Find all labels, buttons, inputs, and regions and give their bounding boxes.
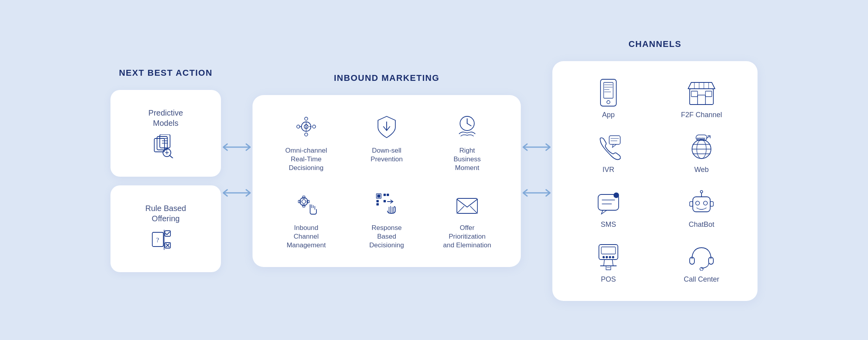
svg-point-21 — [305, 117, 308, 120]
svg-rect-95 — [601, 247, 615, 254]
svg-point-39 — [302, 200, 306, 204]
inbound-item-inboundchannel: InboundChannelManagement — [270, 190, 342, 250]
main-container: NEXT BEST ACTION PredictiveModels — [20, 23, 848, 317]
responsebased-label: ResponseBasedDecisioning — [369, 224, 404, 250]
inboundchannel-icon — [292, 190, 320, 218]
svg-point-105 — [700, 267, 703, 271]
predictive-models-label: PredictiveModels — [148, 108, 183, 128]
svg-rect-67 — [705, 91, 712, 97]
svg-rect-45 — [378, 195, 380, 197]
svg-line-53 — [457, 206, 464, 213]
channel-item-f2f: F2F Channel — [663, 78, 740, 119]
channel-item-pos: POS — [570, 243, 647, 284]
omnichannel-icon — [292, 112, 320, 141]
svg-point-98 — [609, 256, 611, 258]
inbound-section: INBOUND MARKETING — [253, 73, 521, 267]
callcenter-label: Call Center — [684, 275, 719, 284]
offerprio-icon — [453, 190, 481, 218]
svg-rect-92 — [690, 202, 693, 206]
svg-point-96 — [603, 256, 604, 258]
callcenter-icon — [687, 243, 716, 271]
rightmoment-label: RightBusinessMoment — [454, 146, 481, 172]
predictive-models-card: PredictiveModels — [110, 90, 221, 177]
svg-rect-47 — [387, 194, 389, 196]
svg-rect-48 — [376, 200, 379, 202]
ivr-icon — [594, 133, 623, 162]
svg-rect-66 — [691, 91, 698, 97]
double-arrow-2-top — [521, 140, 552, 154]
svg-point-86 — [614, 192, 619, 198]
f2f-label: F2F Channel — [681, 111, 722, 119]
offerprio-label: OfferPrioritizationand Elemination — [443, 224, 491, 250]
ivr-label: IVR — [602, 166, 614, 174]
sms-icon — [594, 188, 623, 217]
svg-point-23 — [305, 133, 308, 136]
channel-item-sms: SMS — [570, 188, 647, 229]
inbound-item-offerprio: OfferPrioritizationand Elemination — [431, 190, 503, 250]
responsebased-icon — [372, 190, 401, 218]
svg-point-99 — [612, 256, 614, 258]
sms-label: SMS — [600, 220, 616, 229]
downsell-label: Down-sellPrevention — [370, 146, 402, 164]
inbound-item-responsebased: ResponseBasedDecisioning — [350, 190, 423, 250]
svg-rect-65 — [698, 95, 705, 105]
svg-rect-101 — [606, 266, 611, 270]
arrow-nba-inbound — [221, 79, 253, 261]
rule-based-offering-label: Rule BasedOffering — [145, 203, 186, 224]
svg-rect-72 — [609, 136, 620, 144]
downsell-icon — [372, 112, 401, 141]
svg-point-63 — [607, 101, 610, 104]
inbound-item-rightmoment: RightBusinessMoment — [431, 112, 503, 172]
double-arrow-1-bottom — [221, 186, 253, 200]
predictive-models-icon — [152, 134, 180, 159]
rightmoment-icon — [453, 112, 481, 141]
double-arrow-1-top — [221, 140, 253, 154]
rule-based-offering-card: Rule BasedOffering ? — [110, 185, 221, 272]
app-icon — [594, 78, 623, 107]
svg-point-34 — [300, 198, 308, 205]
pos-icon — [594, 243, 623, 271]
channel-item-web: www Web — [663, 133, 740, 174]
nba-cards: PredictiveModels — [110, 90, 221, 272]
pos-label: POS — [601, 275, 616, 284]
inbound-item-downsell: Down-sellPrevention — [350, 112, 423, 172]
channels-section: CHANNELS App — [552, 39, 758, 301]
inbound-title: INBOUND MARKETING — [334, 73, 440, 83]
svg-rect-50 — [383, 200, 386, 202]
svg-line-7 — [170, 155, 173, 158]
arrow-inbound-channels — [521, 79, 552, 261]
inbound-item-omnichannel: Omni-channelReal-TimeDecisioning — [270, 112, 342, 172]
svg-line-33 — [467, 123, 471, 126]
svg-point-88 — [696, 201, 700, 205]
nba-section: NEXT BEST ACTION PredictiveModels — [110, 68, 221, 272]
channel-item-callcenter: Call Center — [663, 243, 740, 284]
svg-point-97 — [606, 256, 608, 258]
web-icon: www — [687, 133, 716, 162]
channel-item-ivr: IVR — [570, 133, 647, 174]
svg-line-54 — [470, 206, 477, 213]
chatbot-icon — [687, 188, 716, 217]
svg-rect-52 — [457, 198, 477, 213]
svg-rect-46 — [383, 194, 386, 196]
omnichannel-label: Omni-channelReal-TimeDecisioning — [285, 146, 327, 172]
channels-title: CHANNELS — [629, 39, 681, 49]
inbound-card: Omni-channelReal-TimeDecisioning Down-se… — [253, 95, 521, 267]
svg-text:www: www — [696, 136, 705, 140]
chatbot-label: ChatBot — [688, 220, 714, 229]
channel-item-chatbot: ChatBot — [663, 188, 740, 229]
svg-point-22 — [312, 125, 316, 128]
nba-title: NEXT BEST ACTION — [119, 68, 212, 78]
svg-rect-93 — [710, 202, 713, 206]
svg-text:?: ? — [156, 237, 159, 243]
svg-rect-49 — [376, 203, 379, 205]
web-label: Web — [694, 166, 709, 174]
channels-card: App — [552, 61, 758, 301]
double-arrow-2-bottom — [521, 186, 552, 200]
svg-point-89 — [703, 201, 707, 205]
rule-based-offering-icon: ? — [152, 229, 180, 254]
channel-item-app: App — [570, 78, 647, 119]
svg-rect-57 — [600, 79, 616, 106]
inboundchannel-label: InboundChannelManagement — [286, 224, 326, 250]
app-label: App — [602, 111, 615, 119]
f2f-icon — [687, 78, 716, 107]
